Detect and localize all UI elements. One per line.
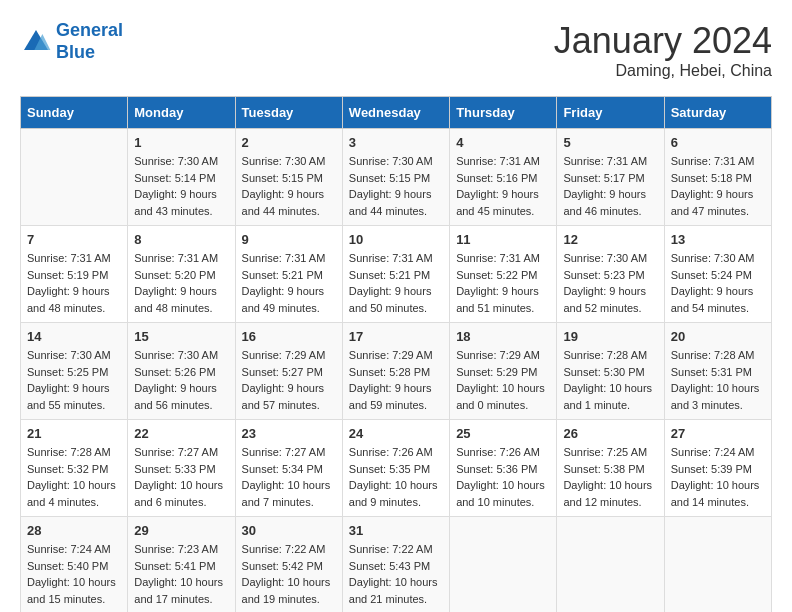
day-info: Sunrise: 7:31 AMSunset: 5:16 PMDaylight:… — [456, 153, 550, 219]
calendar-cell: 11Sunrise: 7:31 AMSunset: 5:22 PMDayligh… — [450, 226, 557, 323]
calendar-cell: 10Sunrise: 7:31 AMSunset: 5:21 PMDayligh… — [342, 226, 449, 323]
location: Daming, Hebei, China — [554, 62, 772, 80]
day-info: Sunrise: 7:29 AMSunset: 5:29 PMDaylight:… — [456, 347, 550, 413]
day-number: 30 — [242, 523, 336, 538]
calendar-cell: 28Sunrise: 7:24 AMSunset: 5:40 PMDayligh… — [21, 517, 128, 613]
calendar-cell: 4Sunrise: 7:31 AMSunset: 5:16 PMDaylight… — [450, 129, 557, 226]
day-info: Sunrise: 7:29 AMSunset: 5:28 PMDaylight:… — [349, 347, 443, 413]
week-row-1: 1Sunrise: 7:30 AMSunset: 5:14 PMDaylight… — [21, 129, 772, 226]
day-number: 31 — [349, 523, 443, 538]
day-info: Sunrise: 7:30 AMSunset: 5:15 PMDaylight:… — [242, 153, 336, 219]
day-info: Sunrise: 7:22 AMSunset: 5:42 PMDaylight:… — [242, 541, 336, 607]
calendar-cell — [664, 517, 771, 613]
header-friday: Friday — [557, 97, 664, 129]
calendar-cell: 18Sunrise: 7:29 AMSunset: 5:29 PMDayligh… — [450, 323, 557, 420]
day-number: 2 — [242, 135, 336, 150]
day-info: Sunrise: 7:30 AMSunset: 5:25 PMDaylight:… — [27, 347, 121, 413]
month-title: January 2024 — [554, 20, 772, 62]
day-number: 8 — [134, 232, 228, 247]
day-info: Sunrise: 7:28 AMSunset: 5:32 PMDaylight:… — [27, 444, 121, 510]
day-info: Sunrise: 7:27 AMSunset: 5:34 PMDaylight:… — [242, 444, 336, 510]
day-number: 12 — [563, 232, 657, 247]
calendar-cell: 22Sunrise: 7:27 AMSunset: 5:33 PMDayligh… — [128, 420, 235, 517]
day-info: Sunrise: 7:31 AMSunset: 5:22 PMDaylight:… — [456, 250, 550, 316]
calendar-cell: 24Sunrise: 7:26 AMSunset: 5:35 PMDayligh… — [342, 420, 449, 517]
header-monday: Monday — [128, 97, 235, 129]
day-number: 9 — [242, 232, 336, 247]
title-block: January 2024 Daming, Hebei, China — [554, 20, 772, 80]
day-number: 1 — [134, 135, 228, 150]
day-info: Sunrise: 7:30 AMSunset: 5:14 PMDaylight:… — [134, 153, 228, 219]
day-info: Sunrise: 7:23 AMSunset: 5:41 PMDaylight:… — [134, 541, 228, 607]
calendar-cell: 7Sunrise: 7:31 AMSunset: 5:19 PMDaylight… — [21, 226, 128, 323]
calendar-cell: 3Sunrise: 7:30 AMSunset: 5:15 PMDaylight… — [342, 129, 449, 226]
day-number: 22 — [134, 426, 228, 441]
day-info: Sunrise: 7:27 AMSunset: 5:33 PMDaylight:… — [134, 444, 228, 510]
day-number: 13 — [671, 232, 765, 247]
day-info: Sunrise: 7:31 AMSunset: 5:21 PMDaylight:… — [242, 250, 336, 316]
day-info: Sunrise: 7:26 AMSunset: 5:35 PMDaylight:… — [349, 444, 443, 510]
day-info: Sunrise: 7:24 AMSunset: 5:39 PMDaylight:… — [671, 444, 765, 510]
header-sunday: Sunday — [21, 97, 128, 129]
logo-icon — [20, 26, 52, 58]
calendar-cell: 31Sunrise: 7:22 AMSunset: 5:43 PMDayligh… — [342, 517, 449, 613]
week-row-3: 14Sunrise: 7:30 AMSunset: 5:25 PMDayligh… — [21, 323, 772, 420]
calendar-cell: 27Sunrise: 7:24 AMSunset: 5:39 PMDayligh… — [664, 420, 771, 517]
calendar-cell: 5Sunrise: 7:31 AMSunset: 5:17 PMDaylight… — [557, 129, 664, 226]
day-number: 7 — [27, 232, 121, 247]
day-number: 26 — [563, 426, 657, 441]
calendar-cell: 9Sunrise: 7:31 AMSunset: 5:21 PMDaylight… — [235, 226, 342, 323]
calendar-header: Sunday Monday Tuesday Wednesday Thursday… — [21, 97, 772, 129]
day-info: Sunrise: 7:31 AMSunset: 5:19 PMDaylight:… — [27, 250, 121, 316]
calendar-table: Sunday Monday Tuesday Wednesday Thursday… — [20, 96, 772, 612]
day-number: 17 — [349, 329, 443, 344]
calendar-cell — [450, 517, 557, 613]
day-info: Sunrise: 7:30 AMSunset: 5:15 PMDaylight:… — [349, 153, 443, 219]
day-info: Sunrise: 7:30 AMSunset: 5:26 PMDaylight:… — [134, 347, 228, 413]
day-number: 10 — [349, 232, 443, 247]
day-number: 29 — [134, 523, 228, 538]
calendar-cell: 13Sunrise: 7:30 AMSunset: 5:24 PMDayligh… — [664, 226, 771, 323]
calendar-cell: 16Sunrise: 7:29 AMSunset: 5:27 PMDayligh… — [235, 323, 342, 420]
day-number: 15 — [134, 329, 228, 344]
day-number: 27 — [671, 426, 765, 441]
calendar-cell: 26Sunrise: 7:25 AMSunset: 5:38 PMDayligh… — [557, 420, 664, 517]
calendar-cell: 6Sunrise: 7:31 AMSunset: 5:18 PMDaylight… — [664, 129, 771, 226]
day-info: Sunrise: 7:31 AMSunset: 5:18 PMDaylight:… — [671, 153, 765, 219]
week-row-4: 21Sunrise: 7:28 AMSunset: 5:32 PMDayligh… — [21, 420, 772, 517]
day-number: 23 — [242, 426, 336, 441]
day-number: 16 — [242, 329, 336, 344]
day-info: Sunrise: 7:22 AMSunset: 5:43 PMDaylight:… — [349, 541, 443, 607]
day-number: 18 — [456, 329, 550, 344]
day-info: Sunrise: 7:28 AMSunset: 5:30 PMDaylight:… — [563, 347, 657, 413]
calendar-cell — [557, 517, 664, 613]
day-number: 3 — [349, 135, 443, 150]
day-info: Sunrise: 7:30 AMSunset: 5:24 PMDaylight:… — [671, 250, 765, 316]
calendar-cell: 2Sunrise: 7:30 AMSunset: 5:15 PMDaylight… — [235, 129, 342, 226]
calendar-cell: 8Sunrise: 7:31 AMSunset: 5:20 PMDaylight… — [128, 226, 235, 323]
calendar-cell: 15Sunrise: 7:30 AMSunset: 5:26 PMDayligh… — [128, 323, 235, 420]
day-info: Sunrise: 7:26 AMSunset: 5:36 PMDaylight:… — [456, 444, 550, 510]
calendar-cell — [21, 129, 128, 226]
day-info: Sunrise: 7:30 AMSunset: 5:23 PMDaylight:… — [563, 250, 657, 316]
week-row-2: 7Sunrise: 7:31 AMSunset: 5:19 PMDaylight… — [21, 226, 772, 323]
day-number: 21 — [27, 426, 121, 441]
logo: General Blue — [20, 20, 123, 63]
calendar-cell: 25Sunrise: 7:26 AMSunset: 5:36 PMDayligh… — [450, 420, 557, 517]
day-number: 28 — [27, 523, 121, 538]
calendar-cell: 29Sunrise: 7:23 AMSunset: 5:41 PMDayligh… — [128, 517, 235, 613]
calendar-body: 1Sunrise: 7:30 AMSunset: 5:14 PMDaylight… — [21, 129, 772, 613]
day-number: 20 — [671, 329, 765, 344]
day-number: 4 — [456, 135, 550, 150]
day-number: 25 — [456, 426, 550, 441]
calendar-cell: 12Sunrise: 7:30 AMSunset: 5:23 PMDayligh… — [557, 226, 664, 323]
header-wednesday: Wednesday — [342, 97, 449, 129]
day-number: 14 — [27, 329, 121, 344]
calendar-cell: 14Sunrise: 7:30 AMSunset: 5:25 PMDayligh… — [21, 323, 128, 420]
week-row-5: 28Sunrise: 7:24 AMSunset: 5:40 PMDayligh… — [21, 517, 772, 613]
day-number: 11 — [456, 232, 550, 247]
day-number: 19 — [563, 329, 657, 344]
day-info: Sunrise: 7:24 AMSunset: 5:40 PMDaylight:… — [27, 541, 121, 607]
day-number: 6 — [671, 135, 765, 150]
page-header: General Blue January 2024 Daming, Hebei,… — [20, 20, 772, 80]
